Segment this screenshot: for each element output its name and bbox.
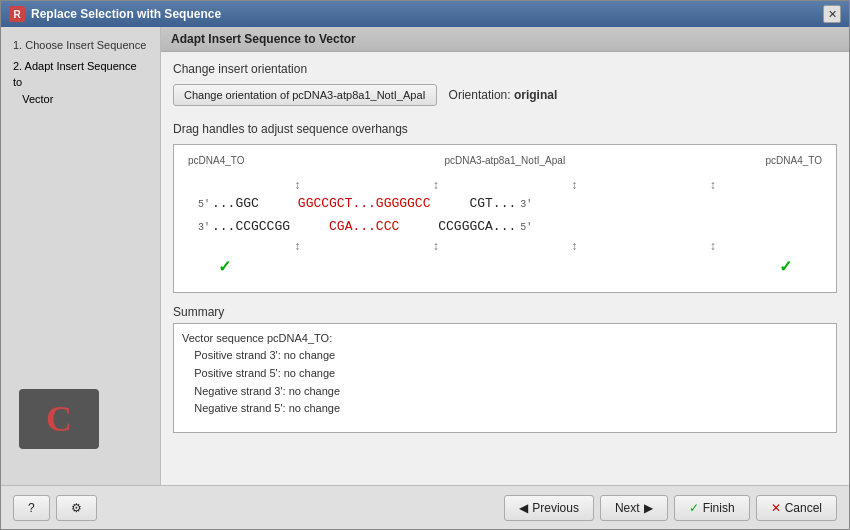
summary-line-0: Vector sequence pcDNA4_TO: (182, 330, 828, 348)
finish-button[interactable]: ✓ Finish (674, 495, 750, 521)
summary-blank (182, 418, 828, 433)
sidebar-item-2[interactable]: 2. Adapt Insert Sequence to Vector (9, 56, 152, 110)
sidebar: 1. Choose Insert Sequence 2. Adapt Inser… (1, 27, 161, 485)
help-button[interactable]: ? (13, 495, 50, 521)
top-strand-insert: GGCCGCT...GGGGGCC (298, 192, 431, 215)
top-strand-right: CGT... (430, 192, 516, 215)
seq-left-label: pcDNA4_TO (188, 155, 245, 166)
check-marks-row: ✓ ✓ (198, 257, 812, 276)
summary-box[interactable]: Vector sequence pcDNA4_TO: Positive stra… (173, 323, 837, 433)
bottom-strand-insert: CGA...CCC (329, 215, 399, 238)
handle-arrow-5[interactable]: ↕ (294, 239, 300, 253)
previous-button[interactable]: ◀ Previous (504, 495, 594, 521)
bottom-strand-row: 3' ...CCGCCGG CGA...CCC CCGGGCA... 5' (198, 215, 812, 238)
orientation-label: Orientation: original (449, 88, 558, 102)
next-button[interactable]: Next ▶ (600, 495, 668, 521)
title-bar: R Replace Selection with Sequence ✕ (1, 1, 849, 27)
previous-label: Previous (532, 501, 579, 515)
footer-left: ? ⚙ (13, 495, 97, 521)
bottom-handles-row: ↕ ↕ ↕ ↕ (198, 239, 812, 253)
cancel-x-icon: ✕ (771, 501, 781, 515)
top-strand-row: 5' ...GGC GGCCGCT...GGGGGCC CGT... 3' (198, 192, 812, 215)
app-logo: C (19, 389, 99, 449)
handle-arrow-4[interactable]: ↕ (710, 178, 716, 192)
bottom-strand-left: ...CCGCCGG (212, 215, 329, 238)
right-panel: Adapt Insert Sequence to Vector Change i… (161, 27, 849, 485)
check-left: ✓ (218, 257, 231, 276)
prime-5-label: 5' (198, 196, 212, 214)
close-button[interactable]: ✕ (823, 5, 841, 23)
bottom-strand-right: CCGGGCA... (399, 215, 516, 238)
footer: ? ⚙ ◀ Previous Next ▶ ✓ Finish ✕ Cancel (1, 485, 849, 529)
handle-arrow-2[interactable]: ↕ (433, 178, 439, 192)
summary-line-2: Positive strand 5': no change (182, 365, 828, 383)
check-right: ✓ (779, 257, 792, 276)
handle-arrow-1[interactable]: ↕ (294, 178, 300, 192)
main-content: 1. Choose Insert Sequence 2. Adapt Inser… (1, 27, 849, 485)
top-strand-left: ...GGC (212, 192, 298, 215)
logo-letter: C (46, 398, 72, 440)
next-arrow: ▶ (644, 501, 653, 515)
top-handles-row: ↕ ↕ ↕ ↕ (198, 178, 812, 192)
orientation-value: original (514, 88, 557, 102)
panel-body: Change insert orientation Change orienta… (161, 52, 849, 485)
cancel-label: Cancel (785, 501, 822, 515)
cancel-button[interactable]: ✕ Cancel (756, 495, 837, 521)
change-orientation-button[interactable]: Change orientation of pcDNA3-atp8a1_NotI… (173, 84, 437, 106)
previous-arrow: ◀ (519, 501, 528, 515)
next-label: Next (615, 501, 640, 515)
sequence-box: pcDNA4_TO pcDNA3-atp8a1_NotI_ApaI pcDNA4… (173, 144, 837, 293)
footer-right: ◀ Previous Next ▶ ✓ Finish ✕ Cancel (504, 495, 837, 521)
summary-line-1: Positive strand 3': no change (182, 347, 828, 365)
main-window: R Replace Selection with Sequence ✕ 1. C… (0, 0, 850, 530)
finish-label: Finish (703, 501, 735, 515)
drag-label: Drag handles to adjust sequence overhang… (173, 122, 837, 136)
panel-header: Adapt Insert Sequence to Vector (161, 27, 849, 52)
prime-3b-label: 3' (198, 219, 212, 237)
summary-label: Summary (173, 305, 837, 319)
seq-right-label: pcDNA4_TO (765, 155, 822, 166)
app-icon: R (9, 6, 25, 22)
seq-mid-label: pcDNA3-atp8a1_NotI_ApaI (444, 155, 565, 166)
orientation-row: Change orientation of pcDNA3-atp8a1_NotI… (173, 84, 837, 106)
handle-arrow-8[interactable]: ↕ (710, 239, 716, 253)
window-title: Replace Selection with Sequence (31, 7, 221, 21)
title-bar-left: R Replace Selection with Sequence (9, 6, 221, 22)
handle-arrow-7[interactable]: ↕ (571, 239, 577, 253)
orientation-title: Change insert orientation (173, 62, 837, 76)
prime-3-label: 3' (520, 196, 534, 214)
summary-section: Summary Vector sequence pcDNA4_TO: Posit… (173, 305, 837, 433)
summary-line-4: Negative strand 5': no change (182, 400, 828, 418)
sidebar-item-1[interactable]: 1. Choose Insert Sequence (9, 35, 152, 56)
settings-button[interactable]: ⚙ (56, 495, 97, 521)
sequence-visual: ↕ ↕ ↕ ↕ 5' ...GGC GGCCGCT...GGGGGCC CGT.… (184, 172, 826, 282)
sequence-labels-row: pcDNA4_TO pcDNA3-atp8a1_NotI_ApaI pcDNA4… (184, 155, 826, 166)
summary-line-3: Negative strand 3': no change (182, 383, 828, 401)
prime-5b-label: 5' (520, 219, 534, 237)
handle-arrow-6[interactable]: ↕ (433, 239, 439, 253)
handle-arrow-3[interactable]: ↕ (571, 178, 577, 192)
finish-check-icon: ✓ (689, 501, 699, 515)
